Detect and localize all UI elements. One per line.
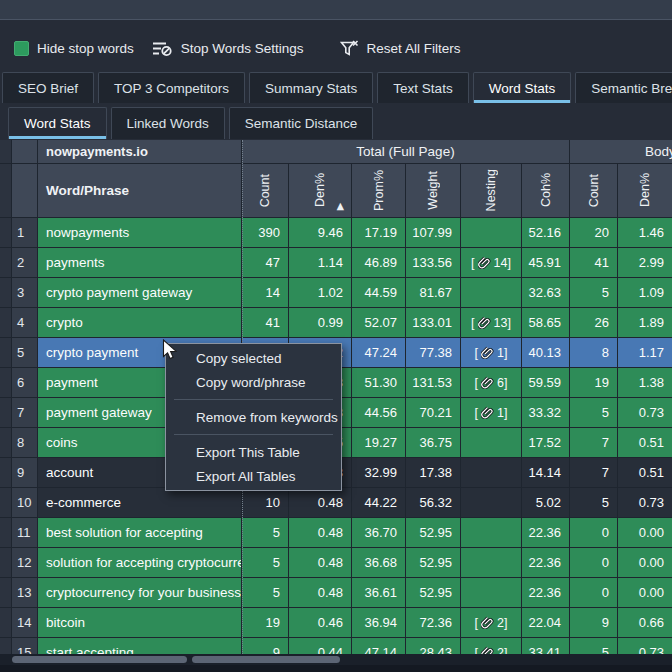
header-gutter (0, 164, 12, 218)
menu-item-export-this-table[interactable]: Export This Table (166, 440, 341, 464)
column-header-weight[interactable]: Weight (406, 164, 461, 218)
mouse-cursor-icon (162, 339, 179, 361)
word-cell[interactable]: solution for accepting cryptocurre (38, 548, 242, 578)
word-cell[interactable]: crypto payment gateway (38, 278, 242, 308)
word-cell[interactable]: e-commerce (38, 488, 242, 518)
stop-words-settings-button[interactable]: Stop Words Settings (152, 40, 304, 57)
sort-descending-icon: ▼ (334, 200, 346, 214)
nesting-cell: [ 14] (461, 248, 522, 278)
table-row[interactable]: 4crypto410.9952.07133.01[ 13]58.65261.89 (0, 308, 672, 338)
checkbox-icon[interactable] (14, 41, 29, 56)
filter-list-off-icon (152, 40, 173, 57)
subtab-linked-words[interactable]: Linked Words (111, 107, 225, 139)
main-tab-bar: SEO BriefTOP 3 CompetitorsSummary StatsT… (2, 72, 672, 103)
column-header-den[interactable]: Den%▼ (289, 164, 352, 218)
column-header-nesting[interactable]: Nesting (461, 164, 522, 218)
word-phrase-column-header[interactable]: Word/Phrase (38, 164, 242, 218)
body-den-cell: 0.73 (618, 488, 672, 518)
row-gutter (0, 548, 12, 578)
subtab-word-stats[interactable]: Word Stats (8, 107, 107, 139)
row-gutter (0, 338, 12, 368)
tab-seo-brief[interactable]: SEO Brief (2, 72, 94, 103)
weight-cell: 131.53 (406, 368, 461, 398)
menu-item-copy-word-phrase[interactable]: Copy word/phrase (166, 370, 341, 394)
count-cell: 19 (242, 608, 289, 638)
table-row[interactable]: 13cryptocurrency for your business50.483… (0, 578, 672, 608)
column-header-den[interactable]: Den% (618, 164, 672, 218)
table-row[interactable]: 12solution for accepting cryptocurre50.4… (0, 548, 672, 578)
body-count-cell: 5 (570, 398, 618, 428)
row-gutter (0, 308, 12, 338)
reset-all-filters-button[interactable]: Reset All Filters (340, 40, 461, 57)
column-header-count[interactable]: Count (570, 164, 618, 218)
menu-item-remove-from-keywords[interactable]: Remove from keywords (166, 405, 341, 429)
menu-item-copy-selected[interactable]: Copy selected (166, 346, 341, 370)
weight-cell: 17.38 (406, 458, 461, 488)
subtab-semantic-distance[interactable]: Semantic Distance (229, 107, 374, 139)
body-count-cell: 7 (570, 428, 618, 458)
word-cell[interactable]: best solution for accepting (38, 518, 242, 548)
scrollbar-thumb-left[interactable] (12, 656, 187, 663)
row-gutter (0, 248, 12, 278)
tab-word-stats[interactable]: Word Stats (473, 72, 572, 103)
paperclip-icon (481, 346, 494, 359)
word-cell[interactable]: nowpayments (38, 218, 242, 248)
word-cell[interactable]: crypto (38, 308, 242, 338)
weight-cell: 133.01 (406, 308, 461, 338)
nesting-cell (461, 428, 522, 458)
den-cell: 0.46 (289, 608, 352, 638)
weight-cell: 56.32 (406, 488, 461, 518)
body-den-cell: 0.00 (618, 548, 672, 578)
prom-cell: 44.59 (352, 278, 406, 308)
word-cell[interactable]: payments (38, 248, 242, 278)
body-den-cell: 1.46 (618, 218, 672, 248)
word-cell[interactable]: bitcoin (38, 608, 242, 638)
den-cell: 9.46 (289, 218, 352, 248)
body-den-cell: 1.09 (618, 278, 672, 308)
tab-summary-stats[interactable]: Summary Stats (249, 72, 373, 103)
nesting-cell (461, 458, 522, 488)
table-row[interactable]: 14bitcoin190.4636.9472.36[ 2]22.0490.66 (0, 608, 672, 638)
prom-cell: 19.27 (352, 428, 406, 458)
word-cell[interactable]: cryptocurrency for your business (38, 578, 242, 608)
column-group-total: Total (Full Page) (242, 140, 570, 164)
count-cell: 5 (242, 548, 289, 578)
row-gutter (0, 608, 12, 638)
table-row[interactable]: 1nowpayments3909.4617.19107.9952.16201.4… (0, 218, 672, 248)
prom-cell: 36.68 (352, 548, 406, 578)
row-number: 11 (12, 518, 38, 548)
horizontal-scrollbar[interactable] (0, 654, 672, 665)
scrollbar-thumb-right[interactable] (192, 656, 340, 663)
hide-stop-words-toggle[interactable]: Hide stop words (14, 41, 134, 56)
body-count-cell: 0 (570, 548, 618, 578)
body-den-cell: 0.51 (618, 428, 672, 458)
row-gutter (0, 398, 12, 428)
body-den-cell: 1.38 (618, 368, 672, 398)
row-number: 2 (12, 248, 38, 278)
menu-separator (174, 399, 333, 400)
coh-cell: 22.36 (522, 518, 570, 548)
row-number: 9 (12, 458, 38, 488)
column-header-coh[interactable]: Coh% (522, 164, 570, 218)
coh-cell: 17.52 (522, 428, 570, 458)
nesting-cell (461, 518, 522, 548)
prom-cell: 17.19 (352, 218, 406, 248)
body-den-cell: 0.00 (618, 578, 672, 608)
prom-cell: 51.30 (352, 368, 406, 398)
table-row[interactable]: 2payments471.1446.89133.56[ 14]45.91412.… (0, 248, 672, 278)
column-header-count[interactable]: Count (242, 164, 289, 218)
coh-cell: 22.36 (522, 578, 570, 608)
tab-semantic-breaks[interactable]: Semantic Breaks (575, 72, 672, 103)
coh-cell: 59.59 (522, 368, 570, 398)
tab-text-stats[interactable]: Text Stats (377, 72, 468, 103)
coh-cell: 14.14 (522, 458, 570, 488)
table-row[interactable]: 10e-commerce100.4844.2256.325.0250.73 (0, 488, 672, 518)
table-row[interactable]: 11best solution for accepting50.4836.705… (0, 518, 672, 548)
header-gutter (0, 140, 12, 164)
menu-item-export-all-tables[interactable]: Export All Tables (166, 464, 341, 488)
column-header-prom[interactable]: Prom% (352, 164, 406, 218)
body-count-cell: 0 (570, 578, 618, 608)
table-row[interactable]: 3crypto payment gateway141.0244.5981.673… (0, 278, 672, 308)
tab-top-3-competitors[interactable]: TOP 3 Competitors (98, 72, 245, 103)
nesting-cell: [ 6] (461, 368, 522, 398)
